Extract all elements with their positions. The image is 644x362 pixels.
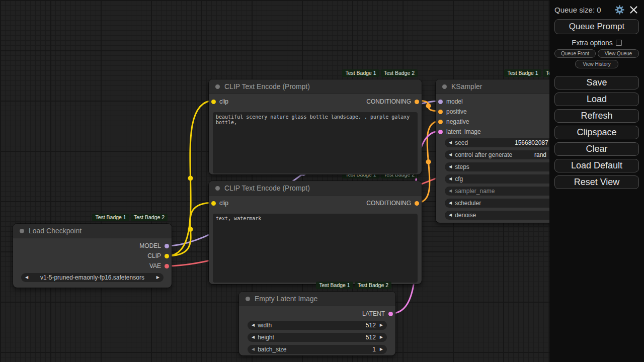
width-widget[interactable]: ◀ width 512 ▶ (248, 321, 387, 330)
negative-input-dot[interactable] (438, 120, 443, 124)
clip-output-dot[interactable] (165, 254, 169, 258)
height-widget[interactable]: ◀ height 512 ▶ (248, 333, 387, 342)
model-output-dot[interactable] (165, 244, 169, 248)
node-clip-text-encode-positive[interactable]: Test Badge 1 Test Badge 2 CLIP Text Enco… (209, 79, 422, 174)
load-button[interactable]: Load (554, 93, 639, 106)
queue-size-label: Queue size: 0 (554, 6, 610, 14)
test-badge-1: Test Badge 1 (92, 214, 129, 221)
link-dot (188, 227, 193, 232)
clip-input-label: clip (219, 200, 228, 207)
node-clip-text-encode-negative[interactable]: Test Badge 1 Test Badge 2 CLIP Text Enco… (209, 181, 422, 284)
batch-size-widget[interactable]: ◀ batch_size 1 ▶ (248, 345, 387, 354)
collapse-dot-icon[interactable] (442, 84, 447, 89)
collapse-dot-icon[interactable] (20, 229, 24, 233)
close-icon[interactable] (629, 6, 638, 14)
next-arrow-icon[interactable]: ▶ (156, 276, 159, 280)
prev-arrow-icon[interactable]: ◀ (449, 153, 452, 157)
decrement-arrow-icon[interactable]: ◀ (252, 347, 255, 351)
decrement-arrow-icon[interactable]: ◀ (449, 177, 452, 181)
test-badge-2: Test Badge 2 (131, 214, 168, 221)
seed-value: 1566802087 (515, 139, 548, 146)
node-title: CLIP Text Encode (Prompt) (224, 184, 310, 192)
conditioning-output-dot[interactable] (415, 201, 419, 206)
test-badge-1: Test Badge 1 (504, 69, 541, 77)
decrement-arrow-icon[interactable]: ◀ (449, 213, 452, 217)
conditioning-output-label: CONDITIONING (366, 98, 411, 105)
refresh-button[interactable]: Refresh (554, 109, 639, 123)
latent-output-dot[interactable] (388, 312, 393, 316)
decrement-arrow-icon[interactable]: ◀ (449, 165, 452, 169)
model-input-dot[interactable] (438, 100, 443, 104)
wire-clip-negative (167, 203, 214, 256)
collapse-dot-icon[interactable] (215, 186, 220, 191)
extra-options-label: Extra options (572, 39, 613, 47)
node-titlebar[interactable]: Load Checkpoint (13, 224, 172, 238)
node-title: KSampler (451, 82, 482, 90)
vae-output-dot[interactable] (165, 264, 169, 268)
node-title: Load Checkpoint (29, 227, 82, 235)
height-label: height (258, 334, 274, 341)
collapse-dot-icon[interactable] (215, 84, 220, 89)
node-badges: Test Badge 1 Test Badge 2 (92, 214, 168, 221)
increment-arrow-icon[interactable]: ▶ (380, 323, 383, 327)
clear-button[interactable]: Clear (554, 142, 639, 156)
conditioning-output-label: CONDITIONING (366, 200, 411, 207)
graph-canvas[interactable]: Test Badge 1 Test Badge 2 CLIP Text Enco… (0, 0, 644, 362)
node-badges: Test Badge 1 Test Badge 2 (316, 282, 391, 289)
view-queue-button[interactable]: View Queue (598, 49, 639, 58)
positive-input-label: positive (446, 108, 467, 115)
node-titlebar[interactable]: CLIP Text Encode (Prompt) (209, 181, 422, 196)
positive-prompt-textarea[interactable]: beautiful scenery nature glass bottle la… (213, 112, 418, 173)
test-badge-1: Test Badge 1 (316, 282, 353, 289)
clip-input-dot[interactable] (211, 201, 216, 206)
model-output-label: MODEL (139, 242, 161, 249)
sampler-name-label: sampler_name (455, 188, 495, 195)
increment-arrow-icon[interactable]: ▶ (380, 347, 383, 351)
negative-prompt-textarea[interactable]: text, watermark (213, 214, 418, 283)
queue-prompt-button[interactable]: Queue Prompt (554, 19, 639, 34)
node-titlebar[interactable]: CLIP Text Encode (Prompt) (209, 79, 422, 94)
control-after-generate-value: rand (534, 151, 546, 158)
clip-input-dot[interactable] (211, 100, 216, 104)
extra-options-checkbox[interactable] (616, 40, 622, 46)
height-value: 512 (366, 334, 376, 341)
reset-view-button[interactable]: Reset View (554, 175, 639, 189)
link-dot (188, 176, 193, 181)
node-titlebar[interactable]: Empty Latent Image (239, 292, 395, 306)
ckpt-name-value: v1-5-pruned-emaonly-fp16.safetensors (28, 274, 156, 281)
conditioning-output-dot[interactable] (415, 100, 419, 104)
decrement-arrow-icon[interactable]: ◀ (252, 323, 255, 327)
decrement-arrow-icon[interactable]: ◀ (449, 141, 452, 145)
positive-input-dot[interactable] (438, 110, 443, 114)
node-load-checkpoint[interactable]: Test Badge 1 Test Badge 2 Load Checkpoin… (13, 224, 172, 288)
link-dot (426, 159, 431, 164)
vae-output-label: VAE (149, 262, 161, 269)
load-default-button[interactable]: Load Default (554, 159, 639, 172)
node-empty-latent-image[interactable]: Test Badge 1 Test Badge 2 Empty Latent I… (239, 292, 395, 355)
seed-label: seed (455, 139, 468, 146)
model-input-label: model (446, 98, 463, 105)
batch-size-value: 1 (372, 346, 376, 353)
clip-input-label: clip (219, 98, 228, 105)
control-after-generate-label: control after generate (455, 151, 512, 158)
latent-output-label: LATENT (362, 310, 385, 317)
batch-size-label: batch_size (258, 346, 286, 353)
prev-arrow-icon[interactable]: ◀ (449, 201, 452, 205)
increment-arrow-icon[interactable]: ▶ (380, 335, 383, 339)
ckpt-name-widget[interactable]: ◀ v1-5-pruned-emaonly-fp16.safetensors ▶ (21, 273, 164, 282)
queue-front-button[interactable]: Queue Front (554, 49, 596, 58)
negative-input-label: negative (446, 118, 469, 125)
latent-image-input-dot[interactable] (438, 130, 443, 134)
width-label: width (258, 322, 272, 329)
save-button[interactable]: Save (554, 76, 639, 89)
cfg-label: cfg (455, 175, 463, 183)
gear-icon[interactable] (615, 5, 624, 15)
prev-arrow-icon[interactable]: ◀ (449, 189, 452, 193)
collapse-dot-icon[interactable] (246, 297, 250, 301)
comfy-menu-panel: Queue size: 0 Queue Prompt (549, 0, 644, 362)
scheduler-label: scheduler (455, 200, 481, 207)
clip-output-label: CLIP (147, 252, 161, 259)
decrement-arrow-icon[interactable]: ◀ (252, 335, 255, 339)
clipspace-button[interactable]: Clipspace (554, 126, 639, 139)
view-history-button[interactable]: View History (575, 60, 618, 68)
